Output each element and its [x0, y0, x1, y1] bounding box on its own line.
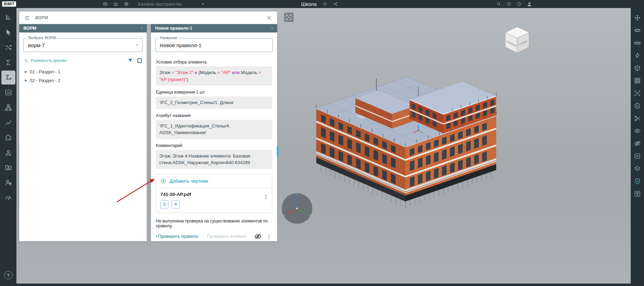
rule-warning-text: Не выполнена проверка на существование э… — [156, 219, 272, 228]
measure-icon — [634, 39, 641, 46]
rule-card-header[interactable]: Новое правило-1 ▾ — [151, 24, 277, 32]
toolbox-icon[interactable] — [103, 1, 108, 7]
page-chip[interactable]: 3 — [160, 200, 168, 208]
navigation-sphere[interactable]: Z X Y — [280, 191, 314, 226]
search-icon[interactable] — [496, 1, 501, 7]
projects-button[interactable] — [1, 161, 15, 175]
tree-item[interactable]: ▶ 02 - Раздел - 2 — [21, 76, 145, 85]
expand-tree-button[interactable]: Развернуть дерево — [24, 58, 66, 63]
condition-label: Условие отбора элемента — [156, 60, 272, 65]
drawings-2d-icon: 2D — [5, 89, 12, 96]
vorm-card-header[interactable]: ВОРМ ▾ — [19, 24, 147, 32]
orbit-view-button[interactable] — [632, 25, 643, 36]
connections-icon — [5, 44, 12, 51]
filter-elements-icon — [634, 190, 641, 197]
project-title-group: Школа — [301, 0, 338, 8]
condition-expression[interactable]: Этаж = "Этаж 2" и (Модель = "АР" или Мод… — [156, 66, 272, 86]
settings-gear-icon[interactable] — [322, 1, 327, 7]
charts-button[interactable] — [1, 116, 15, 130]
share-icon[interactable] — [333, 1, 338, 7]
section-button[interactable] — [632, 50, 643, 61]
check-rule-bullet: • — [156, 234, 157, 239]
check-rule-button[interactable]: • Проверить правило — [156, 234, 198, 239]
panel-resize-handle[interactable] — [277, 146, 278, 157]
main-area: 2D ? Спереди Справа — [0, 8, 644, 284]
axis-y-label: Y — [309, 214, 311, 218]
drawing-file-name[interactable]: 741-20-АР.pdf — [160, 192, 268, 197]
connections-button[interactable] — [1, 41, 15, 54]
measure-button[interactable] — [632, 38, 643, 48]
user-avatar-icon[interactable] — [527, 1, 532, 7]
comment-value[interactable]: Этаж: Этаж 4 Название элемента: Базовая … — [156, 150, 272, 169]
select-elements-button[interactable] — [1, 25, 15, 39]
schema-button[interactable] — [1, 101, 15, 115]
add-drawings-button[interactable]: Добавить чертежи — [156, 174, 272, 188]
history-icon[interactable] — [516, 1, 522, 7]
tree-item-label: 01 - Раздел - 1 — [30, 69, 60, 74]
team-icon[interactable] — [113, 1, 118, 7]
vorm-card: ВОРМ ▾ Выбрать ВОРМ ворм-7 ▾ Развернуть … — [19, 24, 147, 241]
show-eye-icon — [634, 127, 641, 134]
condition-token: "КР (проект)" — [159, 77, 187, 82]
user-locations-button[interactable] — [1, 176, 15, 190]
app-logo: BiMiT — [2, 1, 16, 7]
fit-view-button[interactable] — [284, 13, 294, 22]
kebab-icon[interactable] — [263, 194, 269, 200]
sigma-icon — [5, 59, 12, 66]
panel-body: ВОРМ ▾ Выбрать ВОРМ ворм-7 ▾ Развернуть … — [19, 24, 277, 241]
section-tree: ▶ 01 - Раздел - 1 ▶ 02 - Раздел - 2 — [19, 65, 147, 88]
hide-elements-button[interactable] — [632, 138, 643, 149]
show-elements-button[interactable] — [632, 126, 643, 136]
properties-button[interactable]: P — [632, 101, 643, 111]
rule-name-input[interactable] — [160, 42, 268, 48]
vorm-select-label: Выбрать ВОРМ — [27, 36, 57, 40]
frame-icon[interactable] — [137, 58, 142, 63]
check-rule-label: Проверить правило — [158, 234, 198, 239]
help-button[interactable]: ? — [4, 271, 13, 279]
center-focus-button[interactable] — [632, 88, 643, 98]
right-toolbar: P — [631, 8, 644, 284]
filter-icon[interactable] — [128, 58, 133, 63]
grid-view-button[interactable] — [632, 75, 643, 86]
isolate-elements-button[interactable] — [632, 151, 643, 161]
plugins-button[interactable] — [1, 131, 15, 145]
vorm-calculations-button[interactable] — [1, 71, 15, 85]
comment-label: Комментарий — [156, 143, 272, 148]
workspace-select[interactable]: Базовое пространство ▾ — [138, 2, 204, 7]
check-element-bullet: · — [204, 234, 205, 239]
validation-shield-button[interactable] — [632, 176, 643, 186]
chevron-right-icon[interactable]: ▶ — [25, 79, 27, 82]
layers-button[interactable] — [632, 163, 643, 174]
globe-clock-icon[interactable] — [124, 1, 129, 7]
clip-button[interactable] — [632, 113, 643, 124]
vorm-card-title: ВОРМ — [23, 26, 36, 31]
page-chip[interactable]: 4 — [172, 200, 180, 208]
rule-name-field[interactable]: Название — [155, 38, 273, 52]
close-icon[interactable] — [266, 15, 272, 21]
unit-value[interactable]: 'IFC_2_Геометрия_Стены/1. Длина' — [156, 96, 272, 109]
attribute-value[interactable]: 'IFC_1_Идентификация_Стены/4. ADSK_Наиме… — [156, 120, 272, 139]
dashboard-button[interactable] — [1, 191, 15, 205]
model-view-button[interactable] — [632, 63, 643, 73]
pan-view-button[interactable] — [632, 13, 643, 23]
users-button[interactable] — [1, 146, 15, 160]
hide-eye-icon[interactable] — [254, 233, 262, 240]
menu-list-icon[interactable] — [506, 1, 512, 7]
vorm-select[interactable]: Выбрать ВОРМ ворм-7 ▾ — [23, 38, 143, 52]
filter-elements-button[interactable] — [632, 189, 643, 199]
tree-item[interactable]: ▶ 01 - Раздел - 1 — [21, 67, 145, 76]
viewport-3d[interactable]: Спереди Справа Z X Y ВОРМ — [16, 8, 631, 284]
calculations-button[interactable] — [1, 56, 15, 69]
panel-menu-icon[interactable] — [24, 15, 30, 21]
dashboard-icon — [5, 194, 12, 201]
chevron-right-icon[interactable]: ▶ — [25, 70, 27, 73]
drawings-2d-button[interactable]: 2D — [1, 86, 15, 100]
model-structure-button[interactable] — [1, 10, 15, 24]
view-cube[interactable]: Спереди Справа — [500, 22, 534, 56]
charts-icon — [5, 119, 12, 126]
kebab-icon[interactable] — [266, 233, 272, 240]
add-circle-icon — [160, 178, 166, 184]
left-toolbar: 2D ? — [0, 8, 16, 284]
check-element-button[interactable]: · Проверить элемент — [204, 234, 247, 239]
tree-filter-tools — [128, 58, 142, 63]
